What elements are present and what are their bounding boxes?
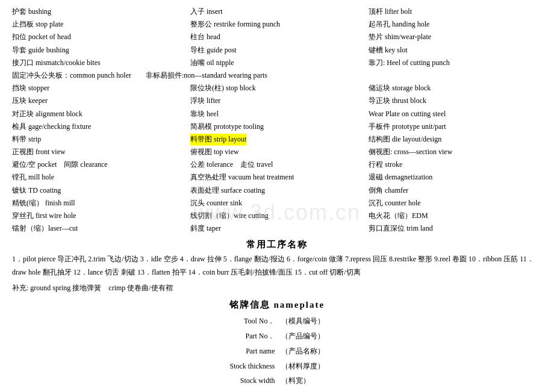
nameplate-value: （步距） — [279, 389, 327, 392]
row12-col3: 侧视图: cross—section view — [369, 146, 542, 158]
process-section-title: 常用工序名称 — [12, 239, 542, 250]
nameplate-label: Part name — [228, 344, 278, 358]
row7-col1: 挡块 stopper — [12, 82, 185, 94]
row13-col1: 避位/空 pocket 间隙 clearance — [12, 159, 185, 170]
row14-col3: 退磁 demagnetization — [369, 172, 542, 183]
nameplate-value: （产品编号） — [279, 329, 327, 343]
row15-col2: 表面处理 surface coating — [190, 185, 364, 196]
nameplate-value: （材料厚度） — [279, 359, 327, 373]
row5-col3: 靠刀: Heel of cutting punch — [369, 57, 542, 69]
nameplate-row: Stock width（料宽） — [228, 374, 327, 388]
row13-col2: 公差 tolerance 走位 travel — [190, 159, 364, 170]
row11-col2: 料带图 strip layout — [190, 134, 364, 145]
nameplate-label: Stock thickness — [228, 359, 278, 373]
nameplate-label: Stock width — [228, 374, 278, 388]
row8-col2: 浮块 lifter — [190, 95, 364, 107]
nameplate-row: Tool No．（模具编号） — [228, 314, 327, 328]
process-text-block: 1．pilot pierce 导正冲孔 2.trim 飞边/切边 3．idle … — [12, 253, 542, 279]
row17-col1: 穿丝孔 first wire hole — [12, 210, 185, 222]
row9-col3: Wear Plate on cutting steel — [369, 108, 542, 120]
row10-col2: 简易模 prototype tooling — [190, 121, 364, 132]
row7-col3: 储运块 storage block — [369, 82, 542, 94]
row14-col2: 真空热处理 vacuum heat treatment — [190, 172, 364, 183]
row1-col3: 顶杆 lifter bolt — [369, 6, 542, 17]
row12-col2: 俯视图 top view — [190, 146, 364, 158]
nameplate-section-title: 铭牌信息 nameplate — [12, 299, 542, 311]
nameplate-label: Progression — [228, 389, 278, 392]
row1-col2: 入子 insert — [190, 6, 364, 17]
row11-col1: 料带 strip — [12, 134, 185, 145]
nameplate-value: （料宽） — [279, 374, 327, 388]
row4-col1: 导套 guide bushing — [12, 45, 185, 56]
row3-col2: 柱台 head — [190, 31, 364, 43]
nameplate-row: Part No．（产品编号） — [228, 329, 327, 343]
terminology-grid: 护套 bushing 入子 insert 顶杆 lifter bolt 止挡板 … — [12, 6, 542, 234]
row17-col3: 电火花（缩）EDM — [369, 210, 542, 222]
row16-col2: 沉头 counter sink — [190, 198, 364, 209]
row2-col2: 整形公 restrike forming punch — [190, 19, 364, 30]
row15-col1: 镀钛 TD coating — [12, 185, 185, 196]
row18-col1: 镭射（缩）laser—cut — [12, 223, 185, 234]
row18-col3: 剪口直深位 trim land — [369, 223, 542, 234]
row3-col1: 扣位 pocket of head — [12, 31, 185, 43]
process-text: 1．pilot pierce 导正冲孔 2.trim 飞边/切边 3．idle … — [12, 255, 534, 276]
row2-col1: 止挡板 stop plate — [12, 19, 185, 30]
main-content: www.3d.com.cn 护套 bushing 入子 insert 顶杆 li… — [12, 6, 542, 392]
row7-col2: 限位块(柱) stop block — [190, 82, 364, 94]
row2-col3: 起吊孔 handing hole — [369, 19, 542, 30]
row5-col2: 油嘴 oil nipple — [190, 57, 364, 69]
nameplate-value: （产品名称） — [279, 344, 327, 358]
supplement-text-block: 补充: ground spring 接地弹簧 crimp 使卷曲/使有褶 — [12, 282, 542, 295]
nameplate-label: Tool No． — [228, 314, 278, 328]
nameplate-info: Tool No．（模具编号）Part No．（产品编号）Part name（产品… — [12, 313, 542, 392]
row1-col1: 护套 bushing — [12, 6, 185, 17]
nameplate-row: Progression（步距） — [228, 389, 327, 392]
row9-col2: 靠块 heel — [190, 108, 364, 120]
nameplate-row: Part name（产品名称） — [228, 344, 327, 358]
row8-col3: 导正块 thrust block — [369, 95, 542, 107]
row4-col2: 导柱 guide post — [190, 45, 364, 56]
row3-col3: 垫片 shim/wear-plate — [369, 31, 542, 43]
row18-col2: 斜度 taper — [190, 223, 364, 234]
row16-col1: 精铣(缩） finish mill — [12, 198, 185, 209]
row6-full: 固定冲头公夹板：common punch holer 非标易损件:non—sta… — [12, 70, 542, 81]
nameplate-table: Tool No．（模具编号）Part No．（产品编号）Part name（产品… — [226, 313, 328, 392]
row8-col1: 压块 keeper — [12, 95, 185, 107]
row14-col1: 镗孔 mill hole — [12, 172, 185, 183]
row12-col1: 正视图 front view — [12, 146, 185, 158]
row10-col1: 检具 gage/checking fixture — [12, 121, 185, 132]
nameplate-label: Part No． — [228, 329, 278, 343]
row9-col1: 对正块 alignment block — [12, 108, 185, 120]
row10-col3: 手板件 prototype unit/part — [369, 121, 542, 132]
row11-col3: 结构图 die layout/design — [369, 134, 542, 145]
row17-col2: 线切割（缩）wire cutting — [190, 210, 364, 222]
row13-col3: 行程 stroke — [369, 159, 542, 170]
row5-col1: 接刀口 mismatch/cookie bites — [12, 57, 185, 69]
row4-col3: 键槽 key slot — [369, 45, 542, 56]
supplement-text: 补充: ground spring 接地弹簧 crimp 使卷曲/使有褶 — [12, 284, 173, 292]
nameplate-row: Stock thickness（材料厚度） — [228, 359, 327, 373]
nameplate-value: （模具编号） — [279, 314, 327, 328]
row15-col3: 倒角 chamfer — [369, 185, 542, 196]
row16-col3: 沉孔 counter hole — [369, 198, 542, 209]
